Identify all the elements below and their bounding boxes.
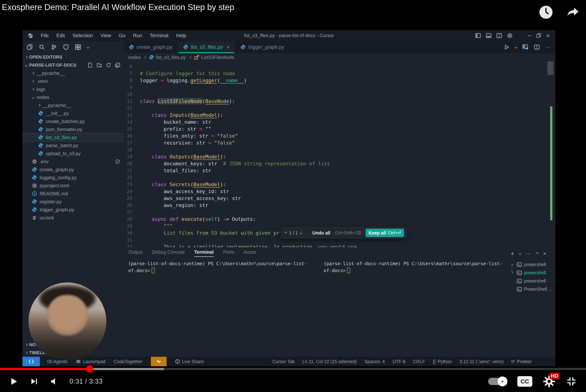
share-icon[interactable] [565,4,580,20]
status-item-3-12-11-venv-venv-[interactable]: 3.12.11 ('.venv': venv) [459,359,503,364]
code-line[interactable]: 17 recursive: str = "false" [124,139,544,146]
file-tree-item-create_batches.py[interactable]: create_batches.py [23,117,124,125]
code-line[interactable]: 13 class Inputs(BaseModel): [124,112,544,118]
code-line[interactable]: 21 total_files: str [124,167,544,174]
minimize-button[interactable]: − [527,32,531,39]
play-button[interactable] [8,376,19,387]
code-line[interactable]: 7# Configure logger for this node [124,70,544,77]
toggle-secondary-sidebar-icon[interactable] [496,33,502,38]
file-tree-item-.env[interactable]: .env [23,158,124,166]
remote-explorer-icon[interactable] [75,44,81,50]
open-editors-section[interactable]: OPEN EDITORS [23,53,124,61]
file-tree-item-register.py[interactable]: register.py [23,198,124,206]
autoplay-toggle[interactable] [488,378,506,385]
code-line[interactable]: 26 aws_region: str [124,202,544,208]
chevron-down-icon[interactable] [87,46,90,48]
new-terminal-icon[interactable]: + [510,250,514,257]
status-item-prettier[interactable]: ⟳Prettier [511,359,531,364]
toggle-sidebar-icon[interactable] [475,33,481,38]
settings-gear-icon[interactable] [507,33,513,38]
panel-tab-ports[interactable]: Ports [223,249,234,257]
keep-all-button[interactable]: Keep all Ctrl+⏎ [366,229,404,237]
terminal-list-item[interactable]: PowerShell ... [508,285,555,293]
status-item-utf-8[interactable]: UTF-8 [393,359,406,364]
file-tree-item-json_formatter.py[interactable]: json_formatter.py [23,125,124,134]
collapse-folders-icon[interactable] [115,62,120,68]
maximize-panel-icon[interactable] [536,252,539,255]
file-tree-item-logging_config.py[interactable]: logging_config.py [23,174,124,182]
warning-badge[interactable] [151,357,167,366]
menu-item-selection[interactable]: Selection [70,32,95,39]
breadcrumb-file[interactable]: list_s3_files.py [156,55,186,60]
next-change-icon[interactable] [300,232,303,234]
breadcrumb-folder[interactable]: nodes [128,55,141,60]
file-tree-item-create_graph.py[interactable]: create_graph.py [23,166,124,174]
code-line[interactable]: 27 [124,208,544,216]
file-tree-item-__init__.py[interactable]: __init__.py [23,109,124,117]
code-line[interactable]: 14 bucket_name: str [124,118,544,125]
code-line[interactable]: 22 [124,174,544,181]
toggle-panel-icon[interactable] [486,33,491,38]
menu-item-terminal[interactable]: Terminal [147,32,171,39]
file-tree-item-uv.lock[interactable]: uv.lock [23,214,124,222]
close-panel-icon[interactable]: × [543,250,546,257]
next-button[interactable] [30,377,39,386]
prev-change-icon[interactable] [284,232,287,234]
source-control-icon[interactable] [51,44,57,50]
code-line[interactable]: 12 [124,104,544,112]
file-tree-item-pyproject.toml[interactable]: pyproject.toml [23,182,124,190]
menu-item-help[interactable]: Help [174,32,189,39]
project-section[interactable]: PARSE-LIST-OF-DOCS [23,61,124,69]
launchpad-status[interactable]: Launchpad [76,359,105,364]
split-editor-icon[interactable] [534,44,540,50]
code-line[interactable]: 25 aws_secret_access_key: str [124,195,544,202]
captions-button[interactable]: CC [517,376,532,387]
terminal-split-divider[interactable] [317,259,317,355]
menu-item-file[interactable]: File [38,32,51,39]
remote-indicator[interactable] [23,357,40,366]
file-tree-item-nodes[interactable]: nodes [23,93,124,101]
watch-later-icon[interactable] [538,4,554,20]
file-tree-item-logs[interactable]: logs [23,85,124,93]
video-progress-bar[interactable] [0,368,586,370]
video-scrubber-knob[interactable] [86,365,93,373]
run-icon[interactable] [504,44,509,50]
file-tree-item-README.md[interactable]: README.md [23,190,124,198]
file-tree-item-list_s3_files.py[interactable]: list_s3_files.py [23,134,124,142]
terminal-list-item[interactable]: powershell [508,277,555,285]
file-tree-item-trigger_graph.py[interactable]: trigger_graph.py [23,206,124,214]
code-editor[interactable]: 67# Configure logger for this node8logge… [124,62,555,247]
new-folder-icon[interactable] [97,62,102,68]
tab-create_graph.py[interactable]: create_graph.py [124,41,178,53]
code-line[interactable]: 8logger = logging.getLogger(__name__) [124,77,544,84]
restore-button[interactable] [536,33,541,38]
menu-item-go[interactable]: Go [116,32,128,39]
codetogether-status[interactable]: CodeTogether [114,359,142,364]
file-tree-item-__pycache__[interactable]: __pycache__ [23,69,124,77]
tab-trigger_graph.py[interactable]: trigger_graph.py [235,41,290,53]
code-line[interactable]: 24 aws_access_key_id: str [124,188,544,195]
status-item-ln-11-col-22-15-selected-[interactable]: Ln 11, Col 22 (15 selected) [302,359,357,364]
menu-item-view[interactable]: View [98,32,114,39]
run-chevron-icon[interactable] [515,46,517,48]
terminal-list-item[interactable]: └powershell [508,269,555,277]
code-line[interactable]: 9 [124,84,544,91]
breadcrumb[interactable]: nodes list_s3_files.py ListS3FilesNode [124,53,555,62]
code-line[interactable]: 6 [124,63,544,70]
status-item-spaces-4[interactable]: Spaces: 4 [364,359,385,364]
code-line[interactable]: 10 [124,91,544,98]
extensions-icon[interactable] [63,44,69,50]
customize-layout-icon[interactable] [522,44,529,50]
panel-tab-output[interactable]: Output [128,249,142,257]
code-line[interactable]: 11class ListS3FilesNode(BaseNode): [124,98,544,104]
tab-list_s3_files.py[interactable]: list_s3_files.py× [178,41,235,53]
code-line[interactable]: 15 prefix: str = "" [124,125,544,132]
terminal-list-item[interactable]: ┌powershell [508,260,555,269]
file-tree-item-upload_to_s3.py[interactable]: upload_to_s3.py [23,150,124,158]
editor-scrollbar[interactable] [547,62,553,75]
terminal-more-icon[interactable]: ⋯ [526,250,531,257]
terminal-pane-1[interactable]: (parse-list-of-docs-runtime) PS C:\Users… [128,260,315,274]
code-line[interactable]: 16 files_only: str = "false" [124,132,544,139]
code-line[interactable]: 20 document_keys: str # JSON string repr… [124,160,544,167]
undo-all-button[interactable]: Undo all [312,230,331,236]
